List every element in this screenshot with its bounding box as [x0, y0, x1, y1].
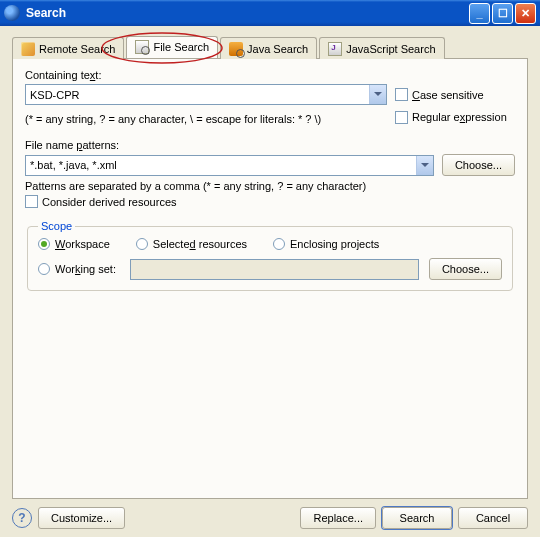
- tab-javascript-search[interactable]: JavaScript Search: [319, 37, 444, 59]
- maximize-button[interactable]: ☐: [492, 3, 513, 24]
- eclipse-icon: [4, 5, 20, 21]
- close-button[interactable]: ✕: [515, 3, 536, 24]
- scope-enclosing-radio[interactable]: Enclosing projects: [273, 238, 379, 250]
- checkbox-box-icon: [395, 88, 408, 101]
- scope-legend: Scope: [38, 220, 75, 232]
- case-sensitive-checkbox[interactable]: Case sensitive: [395, 88, 515, 101]
- file-patterns-combo[interactable]: [25, 155, 434, 176]
- regex-checkbox[interactable]: Regular expression: [395, 111, 515, 124]
- containing-text-dropdown-button[interactable]: [369, 85, 386, 104]
- scope-group: Scope Workspace Selected resources Enclo…: [27, 220, 513, 291]
- javascript-search-icon: [328, 42, 342, 56]
- tab-remote-search[interactable]: Remote Search: [12, 37, 124, 59]
- file-patterns-label: File name patterns:: [25, 139, 515, 151]
- window-title: Search: [26, 6, 467, 20]
- containing-text-input[interactable]: [26, 87, 369, 103]
- help-icon[interactable]: ?: [12, 508, 32, 528]
- tab-label: Remote Search: [39, 43, 115, 55]
- title-bar: Search _ ☐ ✕: [0, 0, 540, 26]
- search-tabs: Remote Search File Search Java Search Ja…: [12, 36, 528, 58]
- choose-patterns-button[interactable]: Choose...: [442, 154, 515, 176]
- checkbox-box-icon: [395, 111, 408, 124]
- file-search-icon: [135, 40, 149, 54]
- java-search-icon: [229, 42, 243, 56]
- radio-icon: [38, 238, 50, 250]
- scope-workspace-radio[interactable]: Workspace: [38, 238, 110, 250]
- containing-text-hint: (* = any string, ? = any character, \ = …: [25, 113, 387, 125]
- tab-label: Java Search: [247, 43, 308, 55]
- bottom-bar: ? Customize... Replace... Search Cancel: [12, 499, 528, 529]
- tab-java-search[interactable]: Java Search: [220, 37, 317, 59]
- scope-workingset-radio[interactable]: Working set:: [38, 263, 120, 275]
- choose-workingset-button[interactable]: Choose...: [429, 258, 502, 280]
- remote-search-icon: [21, 42, 35, 56]
- tab-label: File Search: [153, 41, 209, 53]
- customize-button[interactable]: Customize...: [38, 507, 125, 529]
- file-patterns-input[interactable]: [26, 157, 416, 173]
- cancel-button[interactable]: Cancel: [458, 507, 528, 529]
- containing-text-combo[interactable]: [25, 84, 387, 105]
- minimize-button[interactable]: _: [469, 3, 490, 24]
- file-patterns-hint: Patterns are separated by a comma (* = a…: [25, 180, 515, 192]
- file-patterns-dropdown-button[interactable]: [416, 156, 433, 175]
- search-button[interactable]: Search: [382, 507, 452, 529]
- tab-file-search[interactable]: File Search: [126, 36, 218, 58]
- radio-icon: [38, 263, 50, 275]
- derived-resources-checkbox[interactable]: Consider derived resources: [25, 195, 515, 208]
- checkbox-box-icon: [25, 195, 38, 208]
- file-search-panel: Containing text: Case sensitive (* = any…: [12, 58, 528, 499]
- working-set-input[interactable]: [130, 259, 419, 280]
- replace-button[interactable]: Replace...: [300, 507, 376, 529]
- radio-icon: [273, 238, 285, 250]
- containing-text-label: Containing text:: [25, 69, 515, 81]
- radio-icon: [136, 238, 148, 250]
- tab-label: JavaScript Search: [346, 43, 435, 55]
- scope-selected-radio[interactable]: Selected resources: [136, 238, 247, 250]
